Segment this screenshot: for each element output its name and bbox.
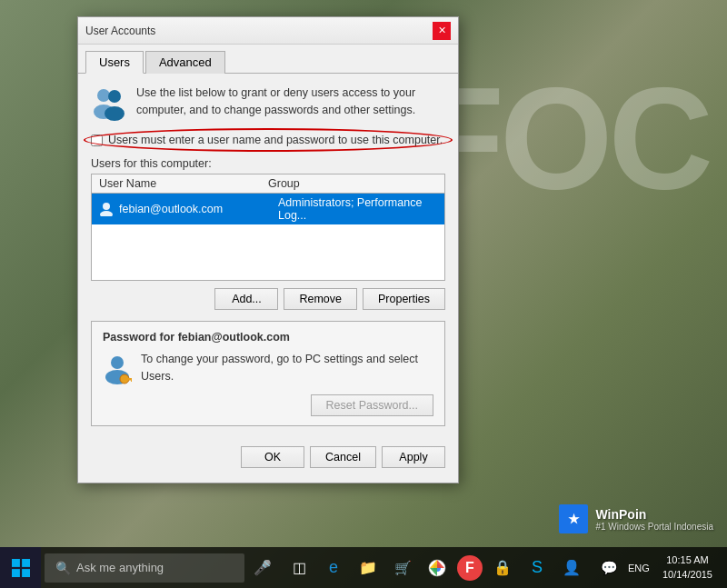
- svg-rect-10: [131, 380, 132, 382]
- clock-date: 10/14/2015: [662, 568, 712, 582]
- users-table: User Name Group febian@outlook.com Admin…: [91, 174, 445, 281]
- info-section: Use the list below to grant or deny user…: [91, 85, 445, 121]
- checkbox-row: Users must enter a user name and passwor…: [91, 132, 445, 148]
- ok-button[interactable]: OK: [241, 446, 304, 468]
- svg-point-6: [111, 356, 124, 369]
- users-section-label: Users for this computer:: [91, 157, 445, 170]
- action-buttons: Add... Remove Properties: [91, 288, 445, 310]
- svg-point-0: [97, 89, 110, 102]
- lock-icon[interactable]: 🔒: [488, 553, 517, 583]
- password-content: To change your password, go to PC settin…: [103, 351, 433, 385]
- checkbox-wrapper: Users must enter a user name and passwor…: [91, 132, 445, 148]
- dialog-overlay: User Accounts ✕ Users Advanced: [0, 0, 727, 588]
- info-text: Use the list below to grant or deny user…: [136, 85, 445, 119]
- users-table-header: User Name Group: [92, 174, 444, 194]
- tab-users[interactable]: Users: [85, 51, 144, 74]
- add-button[interactable]: Add...: [214, 288, 278, 310]
- svg-rect-13: [12, 569, 20, 577]
- taskbar-app-icons: ◫ e 📁 🛒 F 🔒 S 👤: [284, 553, 586, 583]
- password-icon: [103, 354, 132, 383]
- col-header-username: User Name: [99, 177, 268, 190]
- require-login-checkbox[interactable]: [91, 135, 103, 146]
- svg-point-2: [108, 90, 121, 103]
- svg-point-4: [103, 203, 110, 210]
- user-icon[interactable]: 👤: [557, 553, 586, 583]
- taskbar-clock[interactable]: 10:15 AM 10/14/2015: [655, 553, 720, 582]
- password-button-row: Reset Password...: [103, 394, 433, 416]
- language-icon[interactable]: ENG: [626, 553, 652, 583]
- store-icon[interactable]: 🛒: [388, 553, 417, 583]
- svg-point-3: [105, 106, 124, 121]
- user-name: febian@outlook.com: [119, 203, 278, 215]
- notification-icon[interactable]: 💬: [597, 553, 622, 583]
- user-row-icon: [99, 202, 114, 216]
- user-accounts-dialog: User Accounts ✕ Users Advanced: [77, 16, 459, 483]
- task-view-icon[interactable]: ◫: [284, 553, 314, 583]
- remove-button[interactable]: Remove: [284, 288, 357, 310]
- search-icon: 🔍: [55, 561, 71, 575]
- password-section: Password for febian@outlook.com: [91, 321, 445, 426]
- skype-icon[interactable]: S: [523, 553, 552, 583]
- start-button[interactable]: [0, 547, 41, 588]
- password-text: To change your password, go to PC settin…: [141, 351, 433, 385]
- file-explorer-icon[interactable]: 📁: [354, 553, 383, 583]
- svg-rect-11: [12, 559, 20, 567]
- users-icon: [91, 85, 127, 121]
- user-group: Administrators; Performance Log...: [278, 196, 437, 222]
- windows-logo-icon: [12, 559, 30, 577]
- tab-advanced[interactable]: Advanced: [145, 51, 225, 74]
- chrome-icon[interactable]: [423, 553, 452, 583]
- system-tray: 💬 ENG 10:15 AM 10/14/2015: [597, 553, 727, 583]
- taskbar-search[interactable]: 🔍 Ask me anything: [45, 553, 244, 583]
- app-f-icon[interactable]: F: [457, 555, 483, 581]
- cancel-button[interactable]: Cancel: [310, 446, 376, 468]
- reset-password-button[interactable]: Reset Password...: [311, 394, 433, 416]
- dialog-content: Use the list below to grant or deny user…: [78, 74, 458, 483]
- microphone-icon[interactable]: 🎤: [248, 553, 277, 583]
- edge-icon[interactable]: e: [319, 553, 348, 583]
- search-text: Ask me anything: [76, 561, 164, 574]
- svg-point-5: [100, 211, 113, 216]
- dialog-title: User Accounts: [85, 25, 155, 37]
- table-row[interactable]: febian@outlook.com Administrators; Perfo…: [92, 194, 444, 224]
- apply-button[interactable]: Apply: [382, 446, 445, 468]
- col-header-group: Group: [268, 177, 437, 190]
- close-button[interactable]: ✕: [433, 22, 451, 40]
- dialog-titlebar: User Accounts ✕: [78, 17, 458, 45]
- users-table-body: febian@outlook.com Administrators; Perfo…: [92, 194, 444, 280]
- dialog-tabs: Users Advanced: [78, 45, 458, 74]
- bottom-buttons: OK Cancel Apply: [91, 439, 445, 472]
- checkbox-label[interactable]: Users must enter a user name and passwor…: [108, 134, 443, 146]
- svg-rect-14: [22, 569, 30, 577]
- svg-rect-12: [22, 559, 30, 567]
- password-title: Password for febian@outlook.com: [103, 331, 433, 344]
- taskbar: 🔍 Ask me anything 🎤 ◫ e 📁 🛒 F 🔒 S 👤 💬 EN…: [0, 547, 727, 588]
- properties-button[interactable]: Properties: [363, 288, 445, 310]
- clock-time: 10:15 AM: [662, 553, 712, 567]
